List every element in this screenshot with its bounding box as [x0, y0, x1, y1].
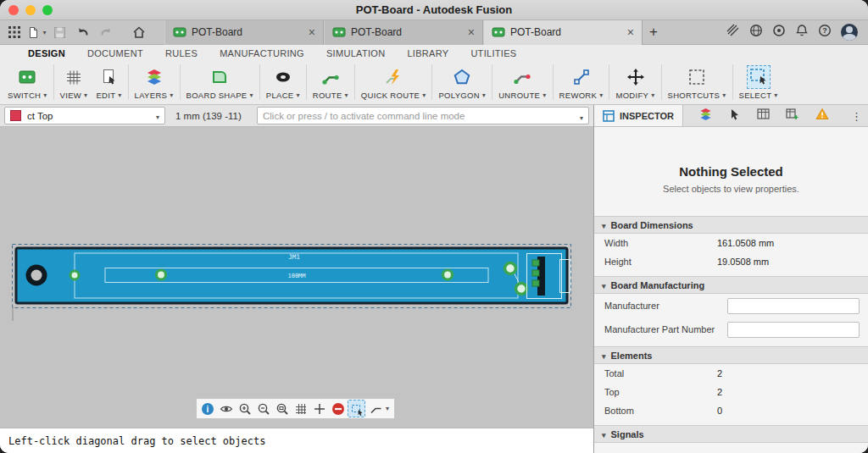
- rework-icon: [571, 65, 592, 89]
- minimize-window-button[interactable]: [25, 5, 36, 15]
- command-bar: ct Top 1 mm (139 -11): [0, 105, 593, 127]
- toolbar-group-board-shape[interactable]: BOARD SHAPE: [182, 64, 258, 101]
- menu-rules[interactable]: RULES: [154, 48, 209, 58]
- toolbar-group-layers[interactable]: LAYERS: [131, 64, 178, 101]
- toolbar-group-route[interactable]: ROUTE: [309, 64, 353, 101]
- view-toolbar: i: [196, 398, 395, 419]
- toolbar-group-quick-route[interactable]: QUICK ROUTE: [357, 64, 431, 101]
- connector-pad[interactable]: [505, 263, 516, 274]
- pcb-canvas[interactable]: JM1 100MM: [0, 127, 593, 428]
- zoom-out-icon[interactable]: [254, 400, 272, 417]
- inspector-tab[interactable]: INSPECTOR: [594, 105, 683, 126]
- undo-icon[interactable]: [72, 23, 93, 41]
- menu-simulation[interactable]: SIMULATION: [315, 48, 396, 58]
- toolbar-separator: [609, 64, 609, 100]
- status-ring-icon[interactable]: [772, 24, 786, 41]
- table-add-icon[interactable]: [786, 108, 798, 124]
- inspector-body: Nothing Selected Select objects to view …: [594, 127, 868, 453]
- app-grid-icon[interactable]: [3, 23, 25, 41]
- svg-text:?: ?: [822, 26, 827, 35]
- section-title: Elements: [611, 351, 653, 361]
- bend-style-button[interactable]: [366, 400, 392, 417]
- tabbar-right-icons: ?: [726, 24, 868, 41]
- manufacturer-input[interactable]: [727, 298, 860, 314]
- zoom-window-icon[interactable]: [273, 400, 291, 417]
- empty-state-title: Nothing Selected: [594, 164, 868, 179]
- grid-settings-icon[interactable]: [292, 400, 309, 417]
- document-tab-3-active[interactable]: POT-Board: [483, 20, 643, 45]
- table-view-icon[interactable]: [757, 108, 770, 124]
- via-pad[interactable]: [70, 271, 79, 279]
- section-board-dimensions[interactable]: Board Dimensions: [594, 216, 868, 234]
- tab-close-icon[interactable]: [468, 26, 475, 39]
- redo-icon[interactable]: [95, 23, 116, 41]
- pcb-tab-icon: [332, 25, 346, 39]
- toolbar-label: UNROUTE: [498, 91, 546, 100]
- section-board-manufacturing[interactable]: Board Manufacturing: [594, 276, 868, 294]
- menu-utilities[interactable]: UTILITIES: [459, 48, 527, 58]
- menu-library[interactable]: LIBRARY: [396, 48, 459, 58]
- origin-crosshair-icon[interactable]: [310, 400, 328, 417]
- marquee-select-button[interactable]: [348, 400, 365, 417]
- menu-manufacturing[interactable]: MANUFACTURING: [209, 48, 315, 58]
- tab-close-icon[interactable]: [309, 26, 315, 39]
- info-button[interactable]: i: [198, 400, 216, 417]
- document-tab-1[interactable]: POT-Board: [164, 20, 324, 45]
- section-title: Signals: [611, 429, 644, 439]
- user-avatar[interactable]: [841, 24, 858, 41]
- toolbar-group-modify[interactable]: MODIFY: [611, 64, 659, 101]
- new-tab-button[interactable]: +: [643, 20, 665, 45]
- layer-visibility-eye-icon[interactable]: [217, 400, 235, 417]
- toolbar-group-edit[interactable]: EDIT: [92, 64, 125, 101]
- extensions-globe-icon[interactable]: [749, 24, 763, 41]
- toolbar-group-switch[interactable]: SWITCH: [3, 64, 52, 101]
- toolbar-group-place[interactable]: PLACE: [262, 64, 304, 101]
- toolbar-separator: [492, 64, 492, 100]
- inspector-panel: INSPECTOR: [593, 105, 868, 453]
- section-signals[interactable]: Signals: [594, 425, 868, 443]
- layers-stack-icon: [144, 65, 164, 89]
- restrict-icon[interactable]: [329, 400, 347, 417]
- command-line-input[interactable]: [263, 111, 577, 121]
- notifications-bell-icon[interactable]: [795, 24, 809, 41]
- layers-panel-icon[interactable]: [699, 108, 712, 124]
- menu-design[interactable]: DESIGN: [17, 48, 76, 58]
- selection-filter-cursor-icon[interactable]: [729, 108, 741, 124]
- toolbar-label: SWITCH: [8, 91, 47, 100]
- job-status-icon[interactable]: [726, 24, 740, 41]
- via-pad[interactable]: [443, 270, 453, 279]
- toolbar-label: QUICK ROUTE: [361, 91, 426, 100]
- toolbar-separator: [553, 64, 554, 100]
- toolbar-label: VIEW: [60, 91, 88, 100]
- toolbar-group-view[interactable]: VIEW: [56, 64, 92, 101]
- help-icon[interactable]: ?: [818, 24, 832, 41]
- document-tab-2[interactable]: POT-Board: [324, 20, 483, 45]
- row-manufacturer-part-number: Manufacturer Part Number: [594, 318, 868, 341]
- save-icon[interactable]: [49, 23, 70, 41]
- section-title: Board Manufacturing: [611, 280, 705, 290]
- connector-pin: [532, 280, 539, 286]
- home-icon[interactable]: [128, 23, 149, 41]
- warning-triangle-icon[interactable]: [815, 108, 829, 124]
- layer-color-swatch: [10, 110, 21, 121]
- tab-close-icon[interactable]: [627, 26, 634, 39]
- section-elements[interactable]: Elements: [594, 346, 868, 364]
- connector-pad[interactable]: [516, 284, 527, 295]
- close-window-button[interactable]: [8, 5, 19, 15]
- menu-document[interactable]: DOCUMENT: [76, 48, 154, 58]
- row-width: Width 161.0508 mm: [594, 234, 868, 252]
- toolbar-group-rework[interactable]: REWORK: [555, 64, 608, 101]
- more-options-icon[interactable]: [845, 108, 868, 124]
- toolbar-group-select[interactable]: SELECT: [735, 64, 782, 101]
- toolbar-label: MODIFY: [615, 91, 654, 100]
- zoom-window-button[interactable]: [42, 5, 53, 15]
- toolbar-group-unroute[interactable]: UNROUTE: [494, 64, 550, 101]
- via-pad[interactable]: [157, 270, 166, 279]
- toolbar-group-shortcuts[interactable]: SHORTCUTS: [664, 64, 731, 101]
- layer-selector[interactable]: ct Top: [4, 107, 165, 124]
- file-menu-icon[interactable]: [26, 23, 47, 41]
- manufacturer-part-number-input[interactable]: [727, 322, 860, 338]
- toolbar-separator: [431, 64, 432, 100]
- zoom-in-icon[interactable]: [236, 400, 253, 417]
- toolbar-group-polygon[interactable]: POLYGON: [434, 64, 490, 101]
